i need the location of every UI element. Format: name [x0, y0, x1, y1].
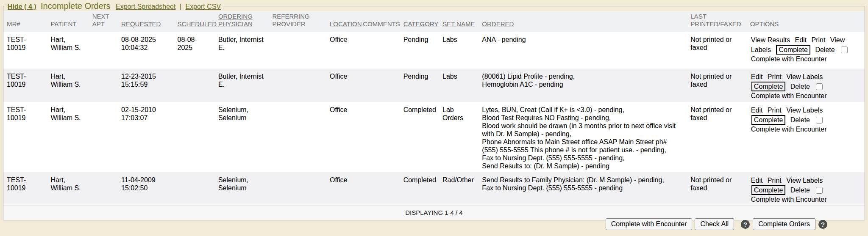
column-header-ordering_physician[interactable]: ORDERING PHYSICIAN — [215, 11, 269, 32]
print-link[interactable]: Print — [812, 36, 826, 44]
column-header-options: OPTIONS — [747, 11, 865, 32]
cell-patient: Hart, William S. — [47, 102, 89, 172]
view-results-link[interactable]: View Results — [751, 36, 790, 44]
order-checkbox[interactable] — [841, 47, 848, 53]
print-link[interactable]: Print — [768, 177, 782, 184]
help-icon[interactable]: ? — [818, 220, 827, 229]
view-labels-link[interactable]: View Labels — [786, 177, 823, 184]
delete-link[interactable]: Delete — [790, 187, 810, 194]
complete-button[interactable]: Complete — [751, 82, 785, 91]
cell-scheduled — [174, 69, 215, 102]
export-csv-link[interactable]: Export CSV — [185, 3, 221, 10]
order-checkbox[interactable] — [816, 83, 823, 90]
complete-button[interactable]: Complete — [776, 45, 810, 55]
cell-next_apt — [89, 102, 118, 172]
cell-last_printed_faxed: Not printed or faxed — [687, 102, 747, 172]
cell-set_name: Lab Orders — [439, 102, 479, 172]
complete-orders-button[interactable]: Complete Orders — [753, 218, 815, 230]
cell-scheduled — [174, 102, 215, 172]
cell-ordered: Send Results to Family Physician: (Dr. M… — [479, 172, 687, 206]
cell-category: Pending — [400, 32, 439, 69]
order-checkbox[interactable] — [816, 117, 823, 123]
column-header-scheduled[interactable]: SCHEDULED — [174, 11, 215, 32]
complete-with-encounter-link[interactable]: Complete with Encounter — [751, 196, 827, 203]
cell-ordering_physician: Selenium, Selenium — [215, 172, 269, 206]
complete-with-encounter-link[interactable]: Complete with Encounter — [751, 92, 827, 99]
panel-legend: Hide ( 4 ) Incomplete Orders Export Spre… — [6, 1, 223, 11]
column-header-ordered[interactable]: ORDERED — [479, 11, 687, 32]
cell-scheduled — [174, 172, 215, 206]
view-labels-link[interactable]: View Labels — [786, 73, 823, 80]
complete-with-encounter-link[interactable]: Complete with Encounter — [751, 55, 827, 63]
cell-ordering_physician: Selenium, Selenium — [215, 102, 269, 172]
cell-patient: Hart, William S. — [47, 69, 89, 102]
paging-status: DISPLAYING 1-4 / 4 — [3, 206, 865, 220]
view-labels-link[interactable]: View Labels — [786, 107, 823, 114]
column-header-comments: COMMENTS — [359, 11, 400, 32]
delete-link[interactable]: Delete — [815, 46, 835, 53]
cell-location: Office — [326, 172, 359, 206]
hide-link[interactable]: Hide ( 4 ) — [8, 3, 36, 10]
complete-button[interactable]: Complete — [751, 115, 785, 125]
column-header-category[interactable]: CATEGORY — [400, 11, 439, 32]
cell-comments — [359, 32, 400, 69]
cell-ordering_physician: Butler, Internist E. — [215, 32, 269, 69]
complete-with-encounter-button[interactable]: Complete with Encounter — [606, 218, 693, 230]
cell-comments — [359, 69, 400, 102]
cell-options: View Results Edit Print View Labels Comp… — [747, 32, 865, 69]
cell-ordered: Lytes, BUN, Creat (Call if K+ is <3.0) -… — [479, 102, 687, 172]
column-header-requested[interactable]: REQUESTED — [118, 11, 174, 32]
cell-location: Office — [326, 69, 359, 102]
delete-link[interactable]: Delete — [790, 83, 810, 90]
edit-link[interactable]: Edit — [795, 36, 807, 44]
cell-location: Office — [326, 32, 359, 69]
footer-actions: Complete with Encounter Check All ? Comp… — [606, 218, 827, 230]
column-header-last_printed_faxed: LAST PRINTED/FAXED — [687, 11, 747, 32]
cell-options: Edit Print View Labels Complete Delete C… — [747, 172, 865, 206]
cell-set_name: Labs — [439, 32, 479, 69]
panel-title: Incomplete Orders — [41, 1, 111, 11]
cell-category: Completed — [400, 102, 439, 172]
cell-patient: Hart, William S. — [47, 32, 89, 69]
delete-link[interactable]: Delete — [790, 116, 810, 123]
cell-ordering_physician: Butler, Internist E. — [215, 69, 269, 102]
cell-set_name: Labs — [439, 69, 479, 102]
incomplete-orders-panel: Hide ( 4 ) Incomplete Orders Export Spre… — [3, 1, 865, 220]
cell-requested: 11-04-2009 15:02:50 — [118, 172, 174, 206]
print-link[interactable]: Print — [768, 73, 782, 80]
complete-with-encounter-link[interactable]: Complete with Encounter — [751, 126, 827, 133]
cell-requested: 08-08-2025 10:04:32 — [118, 32, 174, 69]
edit-link[interactable]: Edit — [751, 177, 763, 184]
cell-mr: TEST-10019 — [3, 32, 47, 69]
cell-category: Pending — [400, 69, 439, 102]
cell-mr: TEST-10019 — [3, 172, 47, 206]
cell-referring_provider — [269, 69, 326, 102]
help-icon[interactable]: ? — [741, 220, 750, 229]
complete-button[interactable]: Complete — [751, 185, 785, 195]
order-row: TEST-10019Hart, William S.12-23-2015 15:… — [3, 69, 865, 102]
cell-comments — [359, 172, 400, 206]
cell-referring_provider — [269, 172, 326, 206]
column-header-set_name[interactable]: SET NAME — [439, 11, 479, 32]
cell-ordered: ANA - pending — [479, 32, 687, 69]
print-link[interactable]: Print — [768, 107, 782, 114]
paging-row: DISPLAYING 1-4 / 4 — [3, 206, 865, 220]
cell-options: Edit Print View Labels Complete Delete C… — [747, 69, 865, 102]
cell-next_apt — [89, 172, 118, 206]
order-row: TEST-10019Hart, William S.11-04-2009 15:… — [3, 172, 865, 206]
check-all-button[interactable]: Check All — [695, 218, 734, 230]
cell-next_apt — [89, 69, 118, 102]
cell-referring_provider — [269, 102, 326, 172]
cell-requested: 12-23-2015 15:15:59 — [118, 69, 174, 102]
cell-ordered: (80061) Lipid Profile - pending, Hemoglo… — [479, 69, 687, 102]
column-header-next_apt: NEXT APT — [89, 11, 118, 32]
export-spreadsheet-link[interactable]: Export Spreadsheet — [116, 3, 175, 10]
column-header-location[interactable]: LOCATION — [326, 11, 359, 32]
edit-link[interactable]: Edit — [751, 107, 763, 114]
column-header-referring_provider: REFERRING PROVIDER — [269, 11, 326, 32]
cell-mr: TEST-10019 — [3, 69, 47, 102]
order-checkbox[interactable] — [816, 187, 823, 194]
order-row: TEST-10019Hart, William S.02-15-2010 17:… — [3, 102, 865, 172]
edit-link[interactable]: Edit — [751, 73, 763, 80]
cell-last_printed_faxed: Not printed or faxed — [687, 172, 747, 206]
